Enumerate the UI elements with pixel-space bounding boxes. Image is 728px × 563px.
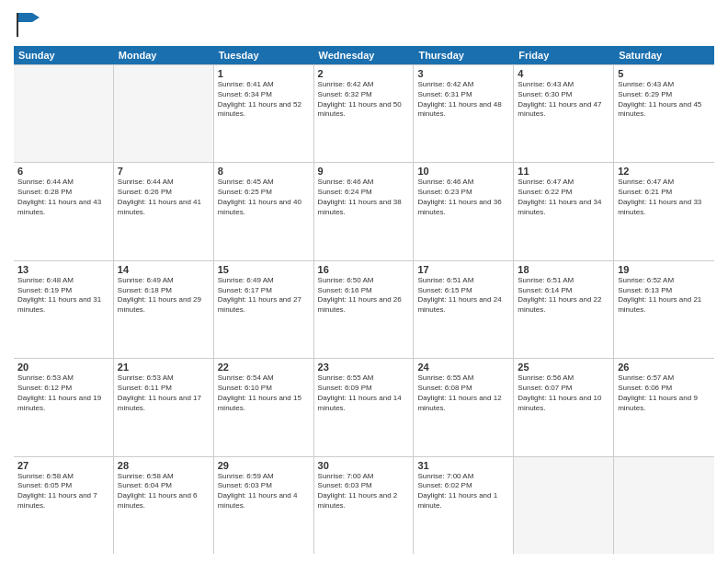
cell-info: Sunrise: 6:59 AM Sunset: 6:03 PM Dayligh… <box>218 472 310 511</box>
calendar-row-2: 13Sunrise: 6:48 AM Sunset: 6:19 PM Dayli… <box>14 261 714 359</box>
calendar-cell: 14Sunrise: 6:49 AM Sunset: 6:18 PM Dayli… <box>114 261 214 358</box>
cell-info: Sunrise: 7:00 AM Sunset: 6:02 PM Dayligh… <box>417 472 509 511</box>
calendar-cell: 10Sunrise: 6:46 AM Sunset: 6:23 PM Dayli… <box>414 163 514 259</box>
logo-icon <box>14 9 43 39</box>
cell-info: Sunrise: 6:46 AM Sunset: 6:24 PM Dayligh… <box>318 178 410 217</box>
day-number: 17 <box>417 264 509 275</box>
calendar-cell: 4Sunrise: 6:43 AM Sunset: 6:30 PM Daylig… <box>514 65 614 162</box>
cell-info: Sunrise: 6:51 AM Sunset: 6:14 PM Dayligh… <box>518 276 609 316</box>
calendar-row-4: 27Sunrise: 6:58 AM Sunset: 6:05 PM Dayli… <box>14 457 714 554</box>
day-number: 19 <box>618 264 711 275</box>
cell-info: Sunrise: 7:00 AM Sunset: 6:03 PM Dayligh… <box>318 472 410 511</box>
cell-info: Sunrise: 6:53 AM Sunset: 6:12 PM Dayligh… <box>17 373 109 413</box>
day-number: 2 <box>318 68 410 79</box>
calendar-cell <box>614 457 714 554</box>
cell-info: Sunrise: 6:44 AM Sunset: 6:28 PM Dayligh… <box>17 178 109 217</box>
calendar-cell: 11Sunrise: 6:47 AM Sunset: 6:22 PM Dayli… <box>514 163 614 259</box>
calendar-cell: 9Sunrise: 6:46 AM Sunset: 6:24 PM Daylig… <box>314 163 415 259</box>
cell-info: Sunrise: 6:45 AM Sunset: 6:25 PM Dayligh… <box>218 178 310 217</box>
calendar-body: 1Sunrise: 6:41 AM Sunset: 6:34 PM Daylig… <box>14 64 714 554</box>
calendar-cell: 22Sunrise: 6:54 AM Sunset: 6:10 PM Dayli… <box>214 359 314 455</box>
day-number: 18 <box>518 264 609 275</box>
cell-info: Sunrise: 6:55 AM Sunset: 6:09 PM Dayligh… <box>318 373 410 413</box>
calendar-cell: 8Sunrise: 6:45 AM Sunset: 6:25 PM Daylig… <box>214 163 314 259</box>
calendar-cell: 16Sunrise: 6:50 AM Sunset: 6:16 PM Dayli… <box>314 261 415 358</box>
calendar-cell: 19Sunrise: 6:52 AM Sunset: 6:13 PM Dayli… <box>614 261 714 358</box>
calendar-cell: 17Sunrise: 6:51 AM Sunset: 6:15 PM Dayli… <box>414 261 514 358</box>
calendar-header: SundayMondayTuesdayWednesdayThursdayFrid… <box>14 46 714 64</box>
calendar-cell: 15Sunrise: 6:49 AM Sunset: 6:17 PM Dayli… <box>214 261 314 358</box>
cell-info: Sunrise: 6:43 AM Sunset: 6:29 PM Dayligh… <box>618 80 711 120</box>
calendar-cell: 3Sunrise: 6:42 AM Sunset: 6:31 PM Daylig… <box>414 65 514 162</box>
cell-info: Sunrise: 6:42 AM Sunset: 6:32 PM Dayligh… <box>318 80 410 120</box>
cell-info: Sunrise: 6:51 AM Sunset: 6:15 PM Dayligh… <box>417 276 509 316</box>
day-number: 10 <box>417 166 509 177</box>
cell-info: Sunrise: 6:43 AM Sunset: 6:30 PM Dayligh… <box>518 80 609 120</box>
cell-info: Sunrise: 6:54 AM Sunset: 6:10 PM Dayligh… <box>218 373 310 413</box>
header-day-wednesday: Wednesday <box>314 46 415 64</box>
cell-info: Sunrise: 6:46 AM Sunset: 6:23 PM Dayligh… <box>417 178 509 217</box>
day-number: 23 <box>318 362 410 373</box>
day-number: 1 <box>218 68 310 79</box>
header-day-sunday: Sunday <box>14 46 114 64</box>
header-day-tuesday: Tuesday <box>214 46 314 64</box>
day-number: 30 <box>318 460 410 471</box>
header-day-saturday: Saturday <box>614 46 714 64</box>
calendar-cell <box>514 457 614 554</box>
cell-info: Sunrise: 6:44 AM Sunset: 6:26 PM Dayligh… <box>118 178 210 217</box>
header <box>14 9 714 39</box>
calendar-row-0: 1Sunrise: 6:41 AM Sunset: 6:34 PM Daylig… <box>14 65 714 163</box>
cell-info: Sunrise: 6:57 AM Sunset: 6:06 PM Dayligh… <box>618 373 711 413</box>
day-number: 14 <box>118 264 210 275</box>
day-number: 7 <box>118 166 210 177</box>
header-day-friday: Friday <box>514 46 614 64</box>
day-number: 5 <box>618 68 711 79</box>
day-number: 15 <box>218 264 310 275</box>
cell-info: Sunrise: 6:58 AM Sunset: 6:04 PM Dayligh… <box>118 472 210 511</box>
calendar-cell: 28Sunrise: 6:58 AM Sunset: 6:04 PM Dayli… <box>114 457 214 554</box>
calendar-cell: 20Sunrise: 6:53 AM Sunset: 6:12 PM Dayli… <box>14 359 114 455</box>
day-number: 13 <box>17 264 109 275</box>
calendar-cell: 23Sunrise: 6:55 AM Sunset: 6:09 PM Dayli… <box>314 359 415 455</box>
day-number: 9 <box>318 166 410 177</box>
day-number: 29 <box>218 460 310 471</box>
calendar-cell <box>14 65 114 162</box>
cell-info: Sunrise: 6:52 AM Sunset: 6:13 PM Dayligh… <box>618 276 711 316</box>
calendar-cell: 2Sunrise: 6:42 AM Sunset: 6:32 PM Daylig… <box>314 65 415 162</box>
day-number: 27 <box>17 460 109 471</box>
day-number: 21 <box>118 362 210 373</box>
day-number: 26 <box>618 362 711 373</box>
page: SundayMondayTuesdayWednesdayThursdayFrid… <box>0 0 728 563</box>
day-number: 22 <box>218 362 310 373</box>
cell-info: Sunrise: 6:47 AM Sunset: 6:22 PM Dayligh… <box>518 178 609 217</box>
calendar-cell: 7Sunrise: 6:44 AM Sunset: 6:26 PM Daylig… <box>114 163 214 259</box>
cell-info: Sunrise: 6:58 AM Sunset: 6:05 PM Dayligh… <box>17 472 109 511</box>
cell-info: Sunrise: 6:47 AM Sunset: 6:21 PM Dayligh… <box>618 178 711 217</box>
cell-info: Sunrise: 6:50 AM Sunset: 6:16 PM Dayligh… <box>318 276 410 316</box>
cell-info: Sunrise: 6:49 AM Sunset: 6:18 PM Dayligh… <box>118 276 210 316</box>
day-number: 3 <box>417 68 509 79</box>
day-number: 16 <box>318 264 410 275</box>
calendar: SundayMondayTuesdayWednesdayThursdayFrid… <box>14 46 714 554</box>
calendar-cell: 21Sunrise: 6:53 AM Sunset: 6:11 PM Dayli… <box>114 359 214 455</box>
calendar-cell: 13Sunrise: 6:48 AM Sunset: 6:19 PM Dayli… <box>14 261 114 358</box>
svg-marker-0 <box>17 13 32 22</box>
cell-info: Sunrise: 6:53 AM Sunset: 6:11 PM Dayligh… <box>118 373 210 413</box>
cell-info: Sunrise: 6:42 AM Sunset: 6:31 PM Dayligh… <box>417 80 509 120</box>
calendar-row-1: 6Sunrise: 6:44 AM Sunset: 6:28 PM Daylig… <box>14 163 714 260</box>
cell-info: Sunrise: 6:56 AM Sunset: 6:07 PM Dayligh… <box>518 373 609 413</box>
calendar-cell: 18Sunrise: 6:51 AM Sunset: 6:14 PM Dayli… <box>514 261 614 358</box>
day-number: 6 <box>17 166 109 177</box>
cell-info: Sunrise: 6:49 AM Sunset: 6:17 PM Dayligh… <box>218 276 310 316</box>
calendar-cell: 29Sunrise: 6:59 AM Sunset: 6:03 PM Dayli… <box>214 457 314 554</box>
calendar-cell: 5Sunrise: 6:43 AM Sunset: 6:29 PM Daylig… <box>614 65 714 162</box>
day-number: 24 <box>417 362 509 373</box>
cell-info: Sunrise: 6:48 AM Sunset: 6:19 PM Dayligh… <box>17 276 109 316</box>
header-day-monday: Monday <box>114 46 214 64</box>
calendar-cell: 1Sunrise: 6:41 AM Sunset: 6:34 PM Daylig… <box>214 65 314 162</box>
calendar-cell: 12Sunrise: 6:47 AM Sunset: 6:21 PM Dayli… <box>614 163 714 259</box>
svg-marker-1 <box>32 13 40 22</box>
calendar-cell: 27Sunrise: 6:58 AM Sunset: 6:05 PM Dayli… <box>14 457 114 554</box>
day-number: 4 <box>518 68 609 79</box>
day-number: 31 <box>417 460 509 471</box>
